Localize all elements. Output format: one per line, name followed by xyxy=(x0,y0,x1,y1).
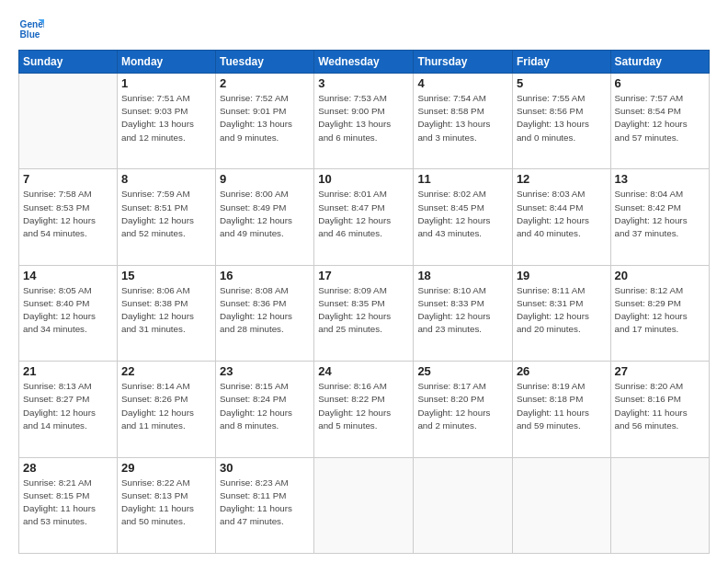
weekday-header-sunday: Sunday xyxy=(19,51,118,74)
day-cell: 11Sunrise: 8:02 AM Sunset: 8:45 PM Dayli… xyxy=(414,169,513,265)
day-number: 13 xyxy=(615,172,705,186)
calendar-page: General Blue SundayMondayTuesdayWednesda… xyxy=(0,0,728,563)
day-number: 11 xyxy=(417,172,508,186)
svg-text:Blue: Blue xyxy=(20,29,40,40)
day-number: 2 xyxy=(220,76,310,90)
svg-text:General: General xyxy=(20,19,44,29)
day-info: Sunrise: 8:22 AM Sunset: 8:13 PM Dayligh… xyxy=(121,477,211,529)
day-number: 19 xyxy=(517,269,607,282)
calendar-table: SundayMondayTuesdayWednesdayThursdayFrid… xyxy=(18,50,710,554)
weekday-header-tuesday: Tuesday xyxy=(216,51,314,74)
day-cell xyxy=(512,457,610,553)
day-cell: 16Sunrise: 8:08 AM Sunset: 8:36 PM Dayli… xyxy=(216,265,314,361)
day-number: 27 xyxy=(615,364,705,378)
day-number: 24 xyxy=(318,364,409,378)
day-cell: 21Sunrise: 8:13 AM Sunset: 8:27 PM Dayli… xyxy=(19,362,118,457)
day-info: Sunrise: 8:17 AM Sunset: 8:20 PM Dayligh… xyxy=(417,380,508,432)
day-number: 30 xyxy=(220,461,310,475)
day-number: 4 xyxy=(417,76,508,90)
day-info: Sunrise: 8:11 AM Sunset: 8:31 PM Dayligh… xyxy=(517,284,607,337)
header: General Blue xyxy=(18,17,710,42)
day-cell: 10Sunrise: 8:01 AM Sunset: 8:47 PM Dayli… xyxy=(314,169,414,265)
day-info: Sunrise: 8:04 AM Sunset: 8:42 PM Dayligh… xyxy=(615,188,705,240)
day-cell xyxy=(610,457,709,553)
day-number: 14 xyxy=(23,269,113,282)
weekday-header-row: SundayMondayTuesdayWednesdayThursdayFrid… xyxy=(19,51,710,74)
day-info: Sunrise: 8:14 AM Sunset: 8:26 PM Dayligh… xyxy=(121,380,211,432)
day-info: Sunrise: 7:57 AM Sunset: 8:54 PM Dayligh… xyxy=(615,92,705,144)
day-info: Sunrise: 8:05 AM Sunset: 8:40 PM Dayligh… xyxy=(23,284,113,337)
day-info: Sunrise: 8:06 AM Sunset: 8:38 PM Dayligh… xyxy=(121,284,211,337)
day-cell: 30Sunrise: 8:23 AM Sunset: 8:11 PM Dayli… xyxy=(216,457,314,553)
day-info: Sunrise: 8:12 AM Sunset: 8:29 PM Dayligh… xyxy=(615,284,705,337)
day-cell: 28Sunrise: 8:21 AM Sunset: 8:15 PM Dayli… xyxy=(19,457,118,553)
day-cell: 25Sunrise: 8:17 AM Sunset: 8:20 PM Dayli… xyxy=(414,362,513,457)
day-info: Sunrise: 7:55 AM Sunset: 8:56 PM Dayligh… xyxy=(517,92,607,144)
day-info: Sunrise: 8:15 AM Sunset: 8:24 PM Dayligh… xyxy=(220,380,310,432)
day-cell: 17Sunrise: 8:09 AM Sunset: 8:35 PM Dayli… xyxy=(314,265,414,361)
day-info: Sunrise: 7:52 AM Sunset: 9:01 PM Dayligh… xyxy=(220,92,310,144)
day-cell: 20Sunrise: 8:12 AM Sunset: 8:29 PM Dayli… xyxy=(610,265,709,361)
day-cell: 4Sunrise: 7:54 AM Sunset: 8:58 PM Daylig… xyxy=(414,74,513,169)
weekday-header-monday: Monday xyxy=(117,51,215,74)
day-cell: 5Sunrise: 7:55 AM Sunset: 8:56 PM Daylig… xyxy=(512,74,610,169)
day-cell: 12Sunrise: 8:03 AM Sunset: 8:44 PM Dayli… xyxy=(512,169,610,265)
day-info: Sunrise: 8:23 AM Sunset: 8:11 PM Dayligh… xyxy=(220,477,310,529)
day-info: Sunrise: 8:09 AM Sunset: 8:35 PM Dayligh… xyxy=(318,284,409,337)
day-number: 8 xyxy=(121,172,211,186)
day-cell: 9Sunrise: 8:00 AM Sunset: 8:49 PM Daylig… xyxy=(216,169,314,265)
day-number: 18 xyxy=(417,269,508,282)
day-cell: 1Sunrise: 7:51 AM Sunset: 9:03 PM Daylig… xyxy=(117,74,215,169)
day-number: 26 xyxy=(517,364,607,378)
week-row-2: 7Sunrise: 7:58 AM Sunset: 8:53 PM Daylig… xyxy=(19,169,710,265)
day-number: 28 xyxy=(23,461,113,475)
day-number: 20 xyxy=(615,269,705,282)
day-cell: 7Sunrise: 7:58 AM Sunset: 8:53 PM Daylig… xyxy=(19,169,118,265)
day-number: 21 xyxy=(23,364,113,378)
day-info: Sunrise: 8:13 AM Sunset: 8:27 PM Dayligh… xyxy=(23,380,113,432)
day-info: Sunrise: 8:08 AM Sunset: 8:36 PM Dayligh… xyxy=(220,284,310,337)
day-cell: 22Sunrise: 8:14 AM Sunset: 8:26 PM Dayli… xyxy=(117,362,215,457)
day-info: Sunrise: 8:00 AM Sunset: 8:49 PM Dayligh… xyxy=(220,188,310,240)
day-info: Sunrise: 7:51 AM Sunset: 9:03 PM Dayligh… xyxy=(121,92,211,144)
logo-icon: General Blue xyxy=(18,17,44,42)
day-info: Sunrise: 7:59 AM Sunset: 8:51 PM Dayligh… xyxy=(121,188,211,240)
day-number: 23 xyxy=(220,364,310,378)
day-cell: 15Sunrise: 8:06 AM Sunset: 8:38 PM Dayli… xyxy=(117,265,215,361)
day-info: Sunrise: 8:16 AM Sunset: 8:22 PM Dayligh… xyxy=(318,380,409,432)
weekday-header-thursday: Thursday xyxy=(414,51,513,74)
day-cell: 18Sunrise: 8:10 AM Sunset: 8:33 PM Dayli… xyxy=(414,265,513,361)
day-cell: 24Sunrise: 8:16 AM Sunset: 8:22 PM Dayli… xyxy=(314,362,414,457)
day-info: Sunrise: 7:58 AM Sunset: 8:53 PM Dayligh… xyxy=(23,188,113,240)
weekday-header-wednesday: Wednesday xyxy=(314,51,414,74)
day-cell: 2Sunrise: 7:52 AM Sunset: 9:01 PM Daylig… xyxy=(216,74,314,169)
week-row-4: 21Sunrise: 8:13 AM Sunset: 8:27 PM Dayli… xyxy=(19,362,710,457)
day-number: 15 xyxy=(121,269,211,282)
day-info: Sunrise: 8:01 AM Sunset: 8:47 PM Dayligh… xyxy=(318,188,409,240)
day-info: Sunrise: 8:20 AM Sunset: 8:16 PM Dayligh… xyxy=(615,380,705,432)
day-cell xyxy=(19,74,118,169)
day-info: Sunrise: 8:03 AM Sunset: 8:44 PM Dayligh… xyxy=(517,188,607,240)
day-cell: 13Sunrise: 8:04 AM Sunset: 8:42 PM Dayli… xyxy=(610,169,709,265)
day-cell: 26Sunrise: 8:19 AM Sunset: 8:18 PM Dayli… xyxy=(512,362,610,457)
day-cell xyxy=(414,457,513,553)
day-number: 17 xyxy=(318,269,409,282)
day-number: 5 xyxy=(517,76,607,90)
day-info: Sunrise: 8:19 AM Sunset: 8:18 PM Dayligh… xyxy=(517,380,607,432)
day-info: Sunrise: 8:10 AM Sunset: 8:33 PM Dayligh… xyxy=(417,284,508,337)
weekday-header-saturday: Saturday xyxy=(610,51,709,74)
day-number: 6 xyxy=(615,76,705,90)
logo: General Blue xyxy=(18,17,48,42)
week-row-3: 14Sunrise: 8:05 AM Sunset: 8:40 PM Dayli… xyxy=(19,265,710,361)
day-cell: 8Sunrise: 7:59 AM Sunset: 8:51 PM Daylig… xyxy=(117,169,215,265)
day-cell xyxy=(314,457,414,553)
day-info: Sunrise: 8:02 AM Sunset: 8:45 PM Dayligh… xyxy=(417,188,508,240)
day-cell: 19Sunrise: 8:11 AM Sunset: 8:31 PM Dayli… xyxy=(512,265,610,361)
day-number: 9 xyxy=(220,172,310,186)
day-cell: 29Sunrise: 8:22 AM Sunset: 8:13 PM Dayli… xyxy=(117,457,215,553)
day-info: Sunrise: 7:54 AM Sunset: 8:58 PM Dayligh… xyxy=(417,92,508,144)
day-cell: 27Sunrise: 8:20 AM Sunset: 8:16 PM Dayli… xyxy=(610,362,709,457)
day-number: 3 xyxy=(318,76,409,90)
day-number: 25 xyxy=(417,364,508,378)
day-info: Sunrise: 8:21 AM Sunset: 8:15 PM Dayligh… xyxy=(23,477,113,529)
